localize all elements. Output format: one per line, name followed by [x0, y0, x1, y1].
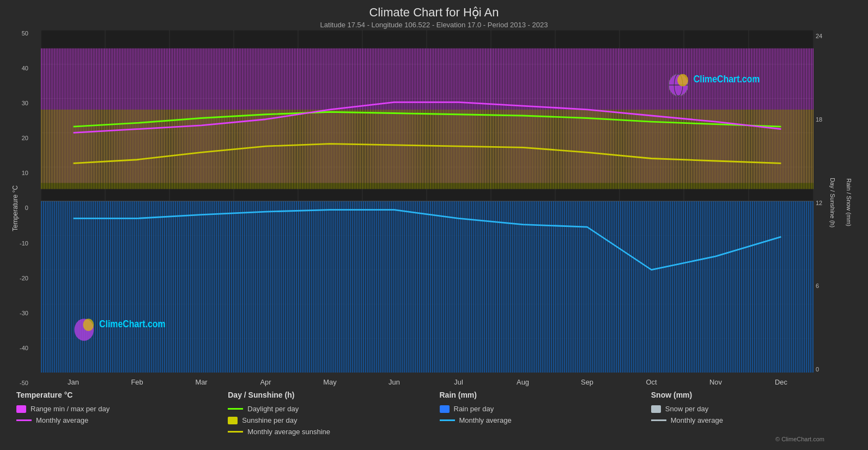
left-tick: -30: [20, 310, 28, 316]
chart-title: Climate Chart for Hội An: [11, 5, 857, 20]
y-axis-left-ticks: 50403020100-10-20-30-40-50: [20, 30, 31, 386]
svg-text:Apr: Apr: [260, 378, 271, 386]
svg-point-37: [677, 74, 688, 86]
chart-subtitle: Latitude 17.54 - Longitude 106.522 - Ele…: [11, 21, 857, 29]
page-wrapper: Climate Chart for Hội An Latitude 17.54 …: [0, 0, 868, 450]
daylight-line: [228, 408, 243, 410]
legend-col-rain: Rain (mm) Rain per day Monthly average: [434, 391, 646, 436]
x-axis: Jan Feb Mar Apr May Jun Jul Aug Sep Oct …: [41, 373, 814, 386]
legend-col-temperature: Temperature °C Range min / max per day M…: [11, 391, 222, 436]
temp-avg-line: [16, 419, 32, 421]
left-tick: 20: [22, 135, 28, 141]
sunshine-swatch: [228, 417, 238, 424]
sunshine-label: Sunshine per day: [242, 416, 297, 424]
svg-text:ClimeChart.com: ClimeChart.com: [99, 319, 166, 329]
svg-text:Oct: Oct: [646, 378, 657, 386]
legend-item-daylight: Daylight per day: [228, 405, 434, 413]
rain-swatch: [440, 405, 450, 413]
left-tick: 50: [22, 30, 28, 37]
legend-col-snow: Snow (mm) Snow per day Monthly average: [646, 391, 857, 436]
left-tick: -10: [20, 240, 28, 247]
y-axis-right-label: Day / Sunshine (h): [824, 33, 841, 373]
sunshine-avg-label: Monthly average sunshine: [247, 428, 330, 436]
y-axis-right-label2: Rain / Snow (mm): [841, 33, 857, 373]
svg-rect-28: [41, 201, 814, 373]
chart-header: Climate Chart for Hội An Latitude 17.54 …: [11, 5, 857, 29]
svg-text:Mar: Mar: [195, 378, 208, 386]
svg-text:Nov: Nov: [709, 378, 722, 386]
legend-item-snow: Snow per day: [651, 405, 857, 413]
right-axis-container: 24181260 Day / Sunshine (h) Rain / Snow …: [814, 30, 857, 386]
legend-title-sunshine: Day / Sunshine (h): [228, 391, 434, 399]
svg-text:Feb: Feb: [131, 378, 143, 386]
legend-item-sunshine-avg: Monthly average sunshine: [228, 428, 434, 436]
left-tick: 10: [22, 170, 28, 176]
snow-swatch: [651, 405, 661, 413]
svg-text:Aug: Aug: [517, 378, 529, 386]
axes-wrapper: Temperature °C 50403020100-10-20-30-40-5…: [11, 30, 857, 386]
rain-label: Rain per day: [454, 405, 494, 413]
svg-text:Jul: Jul: [454, 378, 463, 386]
rain-avg-label: Monthly average: [459, 416, 512, 424]
right-label-bottom: Rain / Snow (mm): [846, 178, 852, 226]
legend-area: Temperature °C Range min / max per day M…: [11, 386, 857, 436]
legend-item-snow-avg: Monthly average: [651, 416, 857, 424]
legend-item-rain-avg: Monthly average: [440, 416, 646, 424]
legend-item-rain: Rain per day: [440, 405, 646, 413]
legend-col-sunshine: Day / Sunshine (h) Daylight per day Suns…: [222, 391, 434, 436]
snow-avg-line: [651, 419, 666, 421]
left-tick: 0: [25, 205, 28, 211]
svg-text:ClimeChart.com: ClimeChart.com: [694, 74, 760, 85]
legend-item-temp-avg: Monthly average: [16, 416, 222, 424]
y-axis-right-top-ticks: 24181260: [814, 33, 824, 373]
left-tick: -20: [20, 275, 28, 281]
main-chart-svg: ClimeChart.com ClimeChart.com: [41, 30, 814, 373]
temp-range-swatch: [16, 405, 26, 413]
sunshine-avg-line: [228, 431, 243, 433]
svg-text:Jun: Jun: [389, 378, 400, 386]
svg-text:Jan: Jan: [68, 378, 79, 386]
legend-title-temperature: Temperature °C: [16, 391, 222, 399]
y-axis-left-label: Temperature °C: [11, 30, 20, 386]
x-axis-svg: Jan Feb Mar Apr May Jun Jul Aug Sep Oct …: [41, 375, 814, 388]
right-tick-top: 18: [816, 116, 822, 123]
right-label-top: Day / Sunshine (h): [829, 178, 836, 227]
rain-avg-line: [440, 419, 455, 421]
temp-range-label: Range min / max per day: [31, 405, 110, 413]
right-tick-top: 12: [816, 200, 822, 206]
legend-title-snow: Snow (mm): [651, 391, 857, 399]
svg-point-40: [83, 319, 94, 331]
legend-item-sunshine: Sunshine per day: [228, 416, 434, 424]
temp-avg-label: Monthly average: [36, 416, 88, 424]
legend-item-temp-range: Range min / max per day: [16, 405, 222, 413]
left-axis-container: Temperature °C 50403020100-10-20-30-40-5…: [11, 30, 41, 386]
chart-middle: ClimeChart.com ClimeChart.com Jan Feb Ma…: [41, 30, 814, 386]
right-tick-top: 24: [816, 33, 822, 39]
left-tick: 30: [22, 100, 28, 106]
daylight-label: Daylight per day: [247, 405, 299, 413]
left-tick: -40: [20, 345, 28, 351]
snow-label: Snow per day: [665, 405, 709, 413]
legend-title-rain: Rain (mm): [440, 391, 646, 399]
left-tick: -50: [20, 380, 28, 386]
right-tick-top: 0: [816, 366, 819, 373]
chart-svg-container: ClimeChart.com ClimeChart.com: [41, 30, 814, 373]
svg-text:Sep: Sep: [581, 378, 593, 386]
svg-text:May: May: [323, 378, 337, 386]
left-tick: 40: [22, 65, 28, 71]
snow-avg-label: Monthly average: [671, 416, 723, 424]
svg-text:Dec: Dec: [775, 378, 787, 386]
right-tick-top: 6: [816, 283, 819, 289]
copyright: © ClimeChart.com: [11, 436, 857, 445]
